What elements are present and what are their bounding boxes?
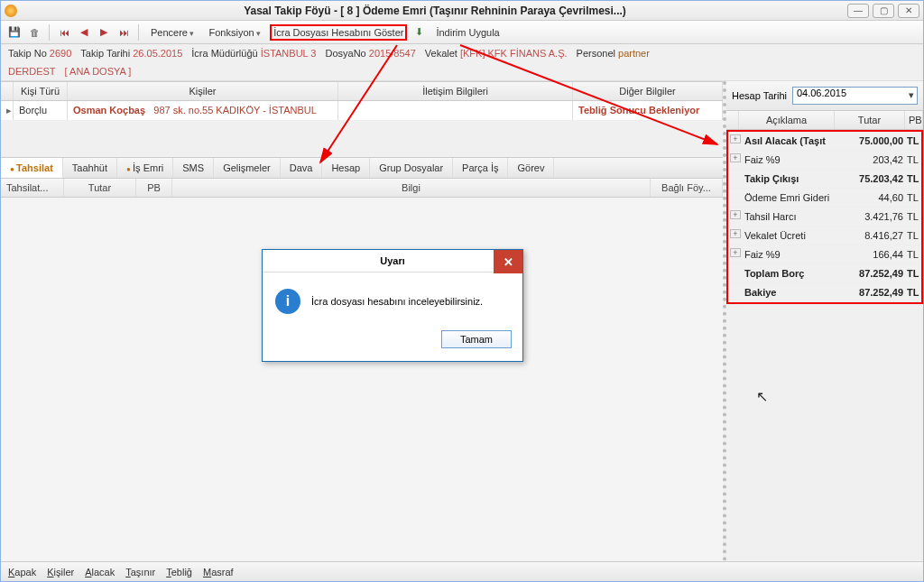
dosya-no-value: 2015/8547: [369, 48, 416, 59]
expand-icon[interactable]: +: [730, 210, 741, 219]
account-currency: TL: [905, 189, 921, 207]
last-icon[interactable]: ⏭: [116, 24, 132, 41]
takip-tarihi-value: 26.05.2015: [133, 48, 182, 59]
tab-hesap[interactable]: Hesap: [322, 158, 370, 178]
row-expand-icon[interactable]: ▸: [1, 101, 14, 120]
tab-tahsilat[interactable]: Tahsilat: [1, 158, 63, 178]
status-tebliğ[interactable]: Tebliğ: [166, 567, 192, 577]
sub-tutar[interactable]: Tutar: [64, 179, 136, 197]
account-row[interactable]: Toplam Borç87.252,49TL: [728, 264, 921, 283]
account-label: Bakiye: [743, 283, 835, 301]
acct-aciklama-header[interactable]: Açıklama: [739, 111, 835, 129]
menu-icra-dosyasi-goster[interactable]: İcra Dosyası Hesabını Göster: [270, 24, 407, 41]
dialog-close-button[interactable]: ✕: [494, 250, 522, 273]
expand-spacer: [728, 189, 743, 207]
titlebar: Yasal Takip Föyü - [ 8 ] Ödeme Emri (Taş…: [1, 1, 923, 21]
account-row[interactable]: +Faiz %9166,44TL: [728, 245, 921, 264]
account-amount: 8.416,27: [835, 226, 905, 245]
tab-grup dosyalar[interactable]: Grup Dosyalar: [370, 158, 453, 178]
cursor-icon: ↖: [756, 388, 768, 405]
close-button[interactable]: ✕: [898, 4, 919, 18]
account-row[interactable]: +Asıl Alacak (Taşıt75.000,00TL: [728, 132, 921, 151]
expand-icon[interactable]: +: [730, 134, 741, 143]
sub-bagli-foy[interactable]: Bağlı Föy...: [651, 179, 723, 197]
row-diger: Tebliğ Sonucu Bekleniyor: [573, 101, 723, 120]
expand-icon[interactable]: +: [730, 229, 741, 238]
sub-pb[interactable]: PB: [136, 179, 172, 197]
app-icon: [5, 5, 17, 17]
hesap-tarihi-input[interactable]: 04.06.2015: [792, 87, 918, 105]
account-currency: TL: [905, 283, 921, 301]
account-currency: TL: [905, 208, 921, 226]
expand-spacer: [728, 264, 743, 282]
row-expand-header: [1, 82, 14, 100]
acct-tutar-header[interactable]: Tutar: [835, 111, 905, 129]
first-icon[interactable]: ⏮: [56, 24, 72, 41]
minimize-button[interactable]: —: [847, 4, 869, 18]
account-currency: TL: [905, 170, 921, 188]
discount-icon[interactable]: ⬇: [411, 24, 427, 41]
sub-bilgi[interactable]: Bilgi: [172, 179, 651, 197]
iletisim-header[interactable]: İletişim Bilgileri: [338, 82, 573, 100]
status-alacak[interactable]: Alacak: [85, 567, 115, 577]
menu-fonksiyon[interactable]: Fonksiyon: [204, 24, 267, 41]
prev-icon[interactable]: ◀: [76, 24, 92, 41]
tab-görev[interactable]: Görev: [508, 158, 554, 178]
tab-gelişmeler[interactable]: Gelişmeler: [214, 158, 281, 178]
account-row[interactable]: +Faiz %9203,42TL: [728, 151, 921, 170]
account-box: +Asıl Alacak (Taşıt75.000,00TL+Faiz %920…: [726, 130, 923, 304]
window-title: Yasal Takip Föyü - [ 8 ] Ödeme Emri (Taş…: [23, 5, 847, 17]
row-iletisim: [338, 101, 573, 120]
account-row[interactable]: Ödeme Emri Gideri44,60TL: [728, 189, 921, 208]
status-taşınır[interactable]: Taşınır: [125, 567, 155, 577]
ana-dosya-label: [ ANA DOSYA ]: [65, 66, 132, 77]
expand-spacer: [728, 283, 743, 301]
tabs: TahsilatTaahhütİş EmriSMSGelişmelerDavaH…: [1, 157, 723, 179]
account-label: Takip Çıkışı: [743, 170, 835, 188]
account-amount: 44,60: [835, 189, 905, 207]
account-row[interactable]: Bakiye87.252,49TL: [728, 283, 921, 302]
menu-pencere[interactable]: Pencere: [145, 24, 200, 41]
status-kişiler[interactable]: Kişiler: [47, 567, 74, 577]
dialog-title: Uyarı ✕: [263, 250, 522, 273]
acct-pb-header[interactable]: PB: [905, 111, 923, 129]
account-currency: TL: [905, 245, 921, 263]
expand-icon[interactable]: +: [730, 153, 741, 162]
diger-header[interactable]: Diğer Bilgiler: [573, 82, 723, 100]
account-currency: TL: [905, 151, 921, 169]
personel-label: Personel: [577, 48, 615, 59]
account-currency: TL: [905, 264, 921, 282]
tab-dava[interactable]: Dava: [281, 158, 323, 178]
account-amount: 203,42: [835, 151, 905, 169]
status-kapak[interactable]: Kapak: [8, 567, 36, 577]
account-row[interactable]: Takip Çıkışı75.203,42TL: [728, 170, 921, 189]
expand-icon[interactable]: +: [730, 248, 741, 257]
save-icon[interactable]: 💾: [6, 24, 23, 41]
account-label: Toplam Borç: [743, 264, 835, 282]
kisiler-row[interactable]: ▸ Borçlu Osman Koçbaş 987 sk. no.55 KADI…: [1, 101, 723, 121]
tab-sms[interactable]: SMS: [173, 158, 214, 178]
account-label: Ödeme Emri Gideri: [743, 189, 835, 207]
tab-parça i̇ş[interactable]: Parça İş: [453, 158, 508, 178]
takip-tarihi-label: Takip Tarihi: [80, 48, 130, 59]
row-kisi-turu: Borçlu: [14, 101, 68, 120]
acct-exp-header: [726, 111, 739, 129]
account-label: Faiz %9: [743, 245, 835, 263]
dialog-ok-button[interactable]: Tamam: [441, 330, 512, 348]
account-row[interactable]: +Tahsil Harcı3.421,76TL: [728, 208, 921, 226]
tab-taahhüt[interactable]: Taahhüt: [63, 158, 117, 178]
status-masraf[interactable]: Masraf: [203, 567, 234, 577]
next-icon[interactable]: ▶: [96, 24, 112, 41]
sub-tahsilat[interactable]: Tahsilat...: [1, 179, 64, 197]
kisiler-header: Kişi Türü Kişiler İletişim Bilgileri Diğ…: [1, 81, 723, 101]
kisi-turu-header[interactable]: Kişi Türü: [14, 82, 68, 100]
maximize-button[interactable]: ▢: [873, 4, 894, 18]
delete-icon[interactable]: 🗑: [26, 24, 42, 41]
account-label: Faiz %9: [743, 151, 835, 169]
account-row[interactable]: +Vekalet Ücreti8.416,27TL: [728, 226, 921, 245]
menu-indirim-uygula[interactable]: İndirim Uygula: [430, 24, 504, 41]
tab-i̇ş emri[interactable]: İş Emri: [117, 158, 173, 178]
kisiler-col-header[interactable]: Kişiler: [68, 82, 338, 100]
dialog-message: İcra dosyası hesabını inceleyebilirsiniz…: [311, 296, 483, 307]
takip-no-label: Takip No: [8, 48, 47, 59]
